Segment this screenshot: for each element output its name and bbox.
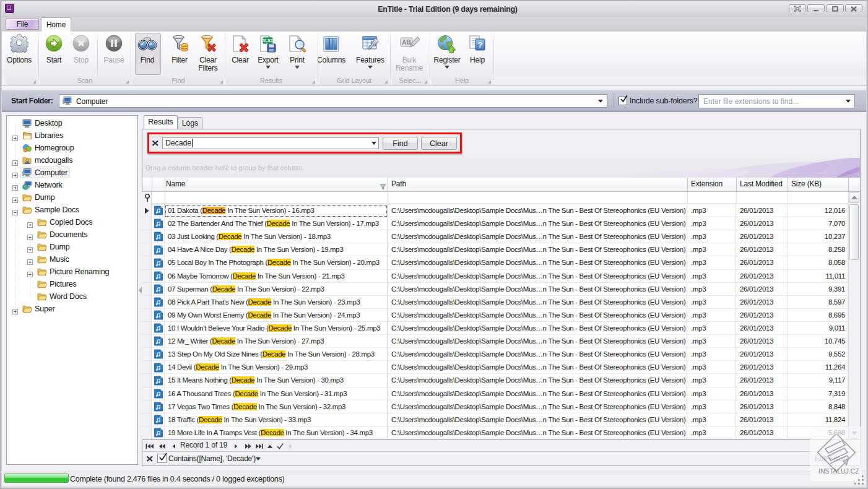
svg-text:XLSX: XLSX	[263, 38, 274, 43]
svg-text:?: ?	[478, 40, 483, 50]
svg-text:AB: AB	[402, 39, 410, 46]
